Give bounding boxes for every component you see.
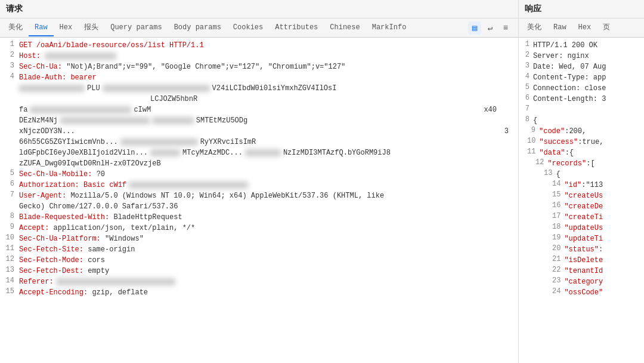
right-line-22: 22 "tenantId — [519, 266, 644, 276]
menu-icon[interactable]: ≡ — [499, 21, 512, 35]
right-panel: 响应 美化 Raw Hex 页 1 HTTP/1.1 200 OK 2 Serv… — [519, 0, 644, 363]
line-content-9: Accept: application/json, text/plain, */… — [19, 223, 515, 233]
line-10: 10 Sec-Ch-Ua-Platform: "Windows" — [0, 233, 518, 244]
right-line-num-18: 18 — [552, 223, 561, 231]
line-7b: Gecko) Chrome/127.0.0.0 Safari/537.36 — [0, 201, 518, 212]
wrap-icon[interactable]: ↵ — [484, 21, 497, 35]
right-line-content-14: "id":"113 — [564, 180, 642, 190]
tab-beautify[interactable]: 美化 — [2, 19, 29, 37]
right-line-content-23: "category — [564, 276, 642, 287]
auth-redacted-2 — [103, 85, 210, 92]
right-line-2: 2 Server: nginx — [519, 51, 644, 61]
line-12: 12 Sec-Fetch-Mode: cors — [0, 255, 518, 266]
tab-body-params[interactable]: Body params — [168, 20, 227, 36]
right-line-num-3: 3 — [521, 61, 530, 70]
right-line-19: 19 "updateTi — [519, 233, 644, 244]
line-num-11: 11 — [4, 244, 14, 253]
right-line-13: 13 { — [519, 169, 644, 180]
line-num-6: 6 — [4, 180, 14, 188]
right-line-num-22: 22 — [552, 266, 561, 274]
right-line-23: 23 "category — [519, 276, 644, 287]
right-line-num-1: 1 — [521, 40, 530, 48]
right-line-num-2: 2 — [521, 51, 530, 59]
right-line-content-4: Content-Type: app — [533, 72, 642, 83]
auth-redacted-1 — [19, 85, 85, 92]
line-num-14: 14 — [4, 276, 14, 285]
left-panel-title: 请求 — [0, 0, 518, 19]
right-tab-hex[interactable]: Hex — [572, 20, 597, 36]
line-9: 9 Accept: application/json, text/plain, … — [0, 223, 518, 233]
right-line-num-6: 6 — [521, 94, 530, 102]
line-num-15: 15 — [4, 287, 14, 296]
right-line-11: 11 "data":{ — [519, 147, 644, 158]
line-14: 14 Referer: — [0, 276, 518, 287]
tab-query-params[interactable]: Query params — [104, 20, 168, 36]
right-line-content-11: "data":{ — [539, 147, 642, 158]
line-num-7: 7 — [4, 190, 14, 199]
auth-basic-redacted — [129, 182, 248, 189]
line-6: 6 Authorization: Basic cW1f — [0, 180, 518, 190]
right-line-content-10: "success":true, — [539, 137, 642, 147]
right-line-content-12: "records":[ — [547, 158, 642, 169]
tab-markinfo[interactable]: MarkInfo — [366, 20, 413, 36]
right-line-9: 9 "code":200, — [519, 126, 644, 137]
line-1: 1 GET /oaAni/blade-resource/oss/list HTT… — [0, 40, 518, 51]
right-line-content-20: "status": — [564, 244, 642, 255]
tab-raw[interactable]: Raw — [29, 20, 54, 36]
right-line-7: 7 — [519, 104, 644, 115]
right-line-content-2: Server: nginx — [533, 51, 642, 61]
tab-header[interactable]: 报头 — [78, 19, 104, 37]
doc-icon[interactable]: ▤ — [468, 21, 481, 35]
right-line-num-10: 10 — [527, 137, 535, 145]
referer-redacted — [56, 278, 175, 285]
auth-redacted-4 — [60, 117, 150, 124]
line-3: 3 Sec-Ch-Ua: "Not)A;Brand";v="99", "Goog… — [0, 61, 518, 72]
line-content-4b: PLU V24iLCIbdW0i0lsiYmxhZGV4IlOsI — [19, 83, 515, 94]
left-tabs-bar: 美化 Raw Hex 报头 Query params Body params C… — [0, 19, 518, 38]
right-tab-page[interactable]: 页 — [597, 19, 616, 37]
right-line-content-17: "createTi — [564, 212, 642, 223]
line-5: 5 Sec-Ch-Ua-Mobile: ?0 — [0, 169, 518, 180]
line-content-4h: ldGFpbCI6eyJ0eXBlIjoid2Viln... MTcyMzAzM… — [19, 147, 515, 158]
right-line-num-5: 5 — [521, 83, 530, 91]
right-line-content-3: Date: Wed, 07 Aug — [533, 61, 642, 72]
right-line-17: 17 "createTi — [519, 212, 644, 223]
right-line-5: 5 Connection: close — [519, 83, 644, 94]
right-tab-raw[interactable]: Raw — [547, 20, 572, 36]
right-line-content-21: "isDelete — [564, 255, 642, 266]
line-num-3: 3 — [4, 61, 14, 70]
line-num-13: 13 — [4, 266, 14, 274]
line-8: 8 Blade-Requested-With: BladeHttpRequest — [0, 212, 518, 223]
right-line-content-15: "createUs — [564, 190, 642, 201]
line-2: 2 Host: — [0, 51, 518, 61]
right-tab-beautify[interactable]: 美化 — [521, 19, 547, 37]
host-redacted — [45, 53, 116, 60]
line-content-4c: LCJOZW5hbnR — [19, 94, 515, 104]
right-line-3: 3 Date: Wed, 07 Aug — [519, 61, 644, 72]
line-content-11: Sec-Fetch-Site: same-origin — [19, 244, 515, 255]
line-content-4d: fa cIwM x40 — [19, 104, 515, 115]
line-num-10: 10 — [4, 233, 14, 242]
right-line-8: 8 { — [519, 115, 644, 126]
tab-cookies[interactable]: Cookies — [227, 20, 269, 36]
tab-chinese[interactable]: Chinese — [324, 20, 366, 36]
right-line-num-7: 7 — [521, 104, 530, 113]
line-content-8: Blade-Requested-With: BladeHttpRequest — [19, 212, 515, 223]
right-line-content-6: Content-Length: 3 — [533, 94, 642, 104]
auth-redacted-5 — [152, 117, 194, 124]
right-line-1: 1 HTTP/1.1 200 OK — [519, 40, 644, 51]
right-line-content-8: { — [533, 115, 642, 126]
line-13: 13 Sec-Fetch-Dest: empty — [0, 266, 518, 276]
right-line-content-16: "createDe — [564, 201, 642, 212]
line-content-2: Host: — [19, 51, 515, 61]
tab-attributes[interactable]: Attributes — [269, 20, 324, 36]
line-num-8: 8 — [4, 212, 14, 220]
line-4f: xNjczODY3N... 3 — [0, 126, 518, 137]
right-line-num-9: 9 — [527, 126, 535, 134]
line-content-7b: Gecko) Chrome/127.0.0.0 Safari/537.36 — [19, 201, 515, 212]
auth-redacted-3 — [30, 106, 131, 113]
tab-hex[interactable]: Hex — [54, 20, 79, 36]
right-line-num-21: 21 — [552, 255, 561, 263]
right-line-20: 20 "status": — [519, 244, 644, 255]
right-line-num-15: 15 — [552, 190, 561, 199]
